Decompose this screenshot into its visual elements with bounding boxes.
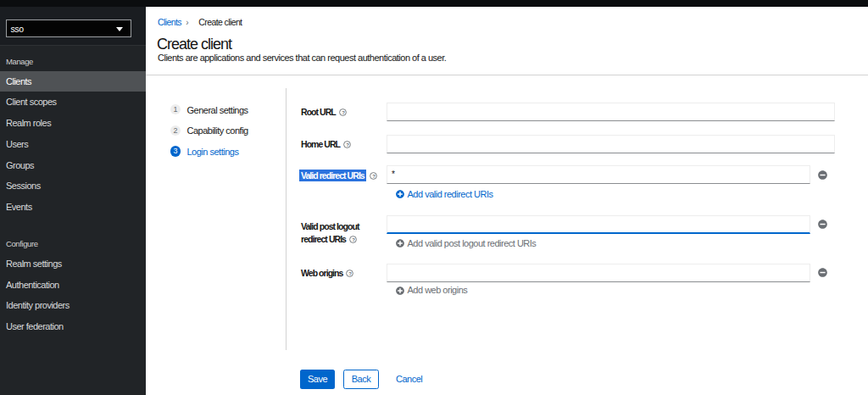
svg-text:?: ? [352,236,355,242]
svg-text:?: ? [372,173,376,178]
svg-text:?: ? [349,270,353,275]
svg-text:?: ? [342,109,345,114]
svg-text:?: ? [346,142,349,147]
